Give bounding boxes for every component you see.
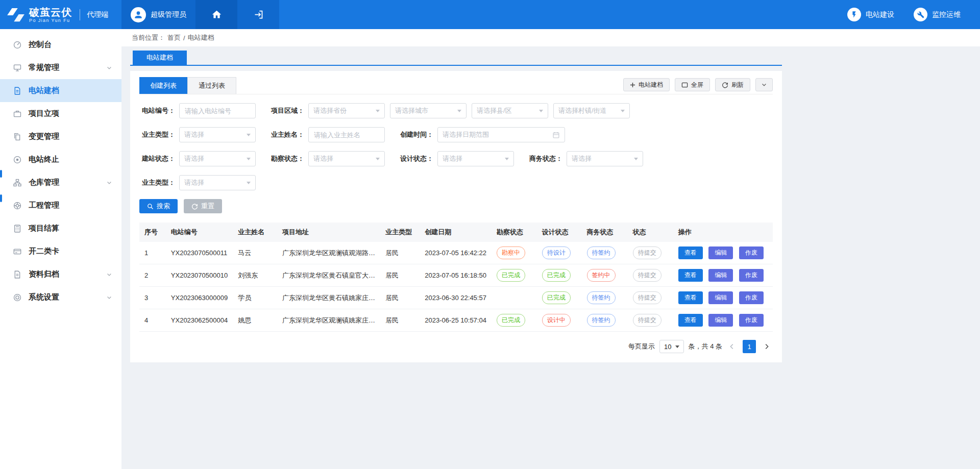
owner-name-label: 业主姓名： <box>268 130 304 139</box>
station-no-input[interactable] <box>179 103 256 118</box>
breadcrumb-separator: / <box>183 34 185 42</box>
cell-status: 待提交 <box>628 264 673 287</box>
reset-button[interactable]: 重置 <box>184 199 222 213</box>
fullscreen-label: 全屏 <box>691 81 703 89</box>
owner-type2-select[interactable]: 请选择 <box>179 175 256 190</box>
create-station-button[interactable]: 电站建档 <box>623 78 670 91</box>
sidebar-item-general-management[interactable]: 常规管理 <box>0 56 121 79</box>
col-index: 序号 <box>139 223 166 242</box>
col-business-status: 商务状态 <box>582 223 628 242</box>
sidebar-item-type2-card[interactable]: 开二类卡 <box>0 240 121 263</box>
survey-status-label: 勘察状态： <box>268 154 304 163</box>
logout-button[interactable] <box>237 0 279 29</box>
view-button[interactable]: 查看 <box>678 269 703 282</box>
app-root: 破茧云伏 Po Jian Yun Fu 代理端 超级管理员 <box>0 0 980 469</box>
owner-name-input[interactable] <box>308 127 385 142</box>
nav-station-construction[interactable]: 电站建设 <box>847 0 894 29</box>
edit-button[interactable]: 编辑 <box>708 291 733 304</box>
calendar-icon <box>552 131 560 139</box>
cell-address: 广东深圳龙华区黄石镇皇官大… <box>277 264 380 287</box>
caret-down-icon <box>376 110 380 112</box>
cell-business-status: 待签约 <box>582 287 628 309</box>
owner-type-select[interactable]: 请选择 <box>179 127 256 142</box>
sidebar-item-change-management[interactable]: 变更管理 <box>0 125 121 148</box>
fullscreen-button[interactable]: 全屏 <box>675 78 710 91</box>
build-status-select-value: 请选择 <box>184 154 204 163</box>
survey-status-select[interactable]: 请选择 <box>308 151 385 166</box>
owner-type-label: 业主类型： <box>139 130 175 139</box>
prev-page-button[interactable] <box>727 340 737 353</box>
per-page-value: 10 <box>664 343 671 351</box>
sidebar-item-engineering-management[interactable]: 工程管理 <box>0 194 121 217</box>
town-select[interactable]: 请选择村镇/街道 <box>553 103 630 118</box>
breadcrumb-prefix: 当前位置： <box>132 33 165 42</box>
town-select-value: 请选择村镇/街道 <box>558 106 607 115</box>
province-select[interactable]: 请选择省份 <box>308 103 385 118</box>
sidebar-item-station-filing[interactable]: 电站建档 <box>0 79 121 102</box>
edit-button[interactable]: 编辑 <box>708 314 733 327</box>
caret-down-icon <box>539 110 543 112</box>
sidebar-item-system-settings[interactable]: 系统设置 <box>0 286 121 309</box>
table-row: 1 YX2023070500011 马云 广东深圳龙华区观澜镇观湖路… 居民 2… <box>139 242 773 264</box>
void-button[interactable]: 作废 <box>739 291 764 304</box>
county-select[interactable]: 请选择县/区 <box>472 103 548 118</box>
design-status-select[interactable]: 请选择 <box>437 151 514 166</box>
status-badge: 待设计 <box>542 246 571 259</box>
view-button[interactable]: 查看 <box>678 291 703 304</box>
cell-design-status: 设计中 <box>537 309 582 332</box>
business-status-select[interactable]: 请选择 <box>567 151 643 166</box>
nav-monitor-ops[interactable]: 监控运维 <box>914 0 961 29</box>
filter-row-1: 电站编号： 项目区域： 请选择省份 请选择城市 请选择县/区 请选择村镇/街道 <box>139 103 773 118</box>
chevron-down-icon <box>761 82 767 88</box>
owner-type2-select-value: 请选择 <box>184 178 204 187</box>
city-select[interactable]: 请选择城市 <box>390 103 467 118</box>
chevron-right-icon <box>763 343 770 350</box>
user-menu[interactable]: 超级管理员 <box>121 0 195 29</box>
copy-icon <box>13 132 22 141</box>
tab-passed-list[interactable]: 通过列表 <box>187 77 236 94</box>
table-row: 2 YX2023070500010 刘强东 广东深圳龙华区黄石镇皇官大… 居民 … <box>139 264 773 287</box>
refresh-button[interactable]: 刷新 <box>715 78 750 91</box>
view-button[interactable]: 查看 <box>678 314 703 327</box>
search-icon <box>147 203 154 210</box>
sidebar-item-data-archive[interactable]: 资料归档 <box>0 263 121 286</box>
page-tab-station-filing[interactable]: 电站建档 <box>133 51 187 65</box>
edit-button[interactable]: 编辑 <box>708 246 733 259</box>
user-icon <box>133 10 143 20</box>
collapse-toolbar-button[interactable] <box>755 78 773 91</box>
page-number-current[interactable]: 1 <box>743 340 756 353</box>
view-button[interactable]: 查看 <box>678 246 703 259</box>
main-area: 当前位置： 首页 / 电站建档 电站建档 创建列表 通过列表 <box>121 29 980 469</box>
status-badge: 勘察中 <box>497 246 525 259</box>
date-range-input[interactable]: 请选择日期范围 <box>437 127 565 142</box>
void-button[interactable]: 作废 <box>739 269 764 282</box>
logo-title: 破茧云伏 <box>29 7 72 18</box>
sidebar-item-warehouse-management[interactable]: 仓库管理 <box>0 171 121 194</box>
chevron-down-icon <box>106 65 112 71</box>
next-page-button[interactable] <box>762 340 772 353</box>
per-page-select[interactable]: 10 <box>659 340 683 353</box>
sidebar-item-project-initiation[interactable]: 项目立项 <box>0 102 121 125</box>
card-icon <box>13 247 22 256</box>
edit-button[interactable]: 编辑 <box>708 269 733 282</box>
breadcrumb-home[interactable]: 首页 <box>167 33 181 42</box>
search-button[interactable]: 搜索 <box>139 199 178 213</box>
tab-create-list[interactable]: 创建列表 <box>139 77 187 94</box>
top-header: 破茧云伏 Po Jian Yun Fu 代理端 超级管理员 <box>0 0 980 29</box>
sidebar-item-label: 控制台 <box>29 40 52 50</box>
home-button[interactable] <box>195 0 237 29</box>
sidebar-item-label: 资料归档 <box>29 269 59 279</box>
business-status-label: 商务状态： <box>527 154 562 163</box>
stop-circle-icon <box>13 155 22 164</box>
sidebar-item-label: 项目结算 <box>29 224 59 233</box>
sidebar-item-station-termination[interactable]: 电站终止 <box>0 148 121 171</box>
build-status-select[interactable]: 请选择 <box>179 151 256 166</box>
void-button[interactable]: 作废 <box>739 314 764 327</box>
void-button[interactable]: 作废 <box>739 246 764 259</box>
col-owner-type: 业主类型 <box>380 223 420 242</box>
logo-icon <box>7 7 24 22</box>
logout-icon <box>253 9 264 20</box>
sidebar-item-project-settlement[interactable]: 项目结算 <box>0 217 121 240</box>
sidebar-item-console[interactable]: 控制台 <box>0 33 121 56</box>
cell-owner-name: 姚思 <box>233 309 277 332</box>
